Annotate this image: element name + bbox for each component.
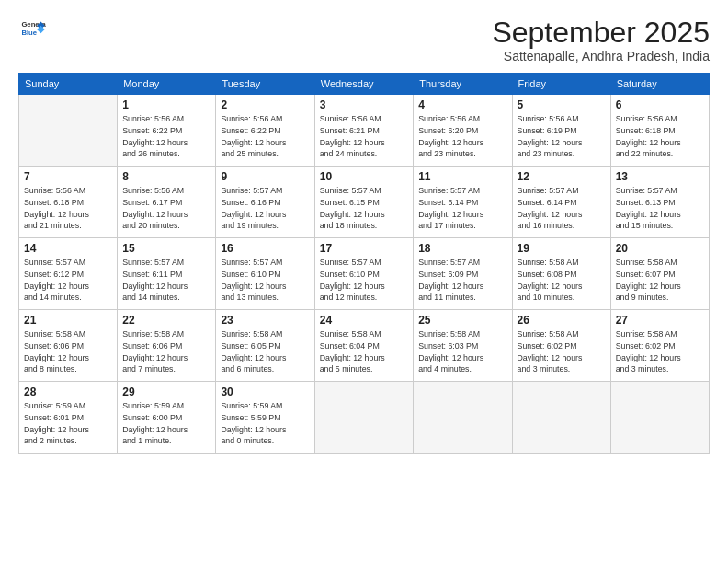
day-number: 4 — [418, 98, 506, 111]
day-info: Sunrise: 5:58 AMSunset: 6:05 PMDaylight:… — [221, 328, 309, 375]
week-row-1: 1Sunrise: 5:56 AMSunset: 6:22 PMDaylight… — [19, 95, 710, 167]
calendar-cell — [512, 382, 610, 454]
day-info: Sunrise: 5:56 AMSunset: 6:18 PMDaylight:… — [24, 185, 112, 232]
day-info: Sunrise: 5:58 AMSunset: 6:07 PMDaylight:… — [616, 257, 704, 304]
day-number: 21 — [24, 314, 112, 327]
calendar-cell — [414, 382, 512, 454]
calendar-table: SundayMondayTuesdayWednesdayThursdayFrid… — [18, 73, 710, 454]
day-info: Sunrise: 5:59 AMSunset: 6:00 PMDaylight:… — [122, 400, 210, 447]
day-info: Sunrise: 5:57 AMSunset: 6:09 PMDaylight:… — [418, 257, 506, 304]
week-row-3: 14Sunrise: 5:57 AMSunset: 6:12 PMDayligh… — [19, 238, 710, 310]
calendar-cell: 15Sunrise: 5:57 AMSunset: 6:11 PMDayligh… — [118, 238, 216, 310]
day-number: 8 — [122, 170, 210, 183]
day-number: 30 — [221, 385, 309, 398]
day-number: 29 — [122, 385, 210, 398]
calendar-cell: 26Sunrise: 5:58 AMSunset: 6:02 PMDayligh… — [512, 310, 610, 382]
week-row-2: 7Sunrise: 5:56 AMSunset: 6:18 PMDaylight… — [19, 167, 710, 238]
week-row-5: 28Sunrise: 5:59 AMSunset: 6:01 PMDayligh… — [19, 382, 710, 454]
calendar-cell: 16Sunrise: 5:57 AMSunset: 6:10 PMDayligh… — [216, 238, 314, 310]
weekday-header-tuesday: Tuesday — [216, 74, 314, 95]
day-number: 18 — [418, 242, 506, 255]
weekday-header-monday: Monday — [118, 74, 216, 95]
day-number: 19 — [518, 242, 606, 255]
day-info: Sunrise: 5:56 AMSunset: 6:20 PMDaylight:… — [418, 113, 506, 160]
day-number: 10 — [320, 170, 408, 183]
calendar-cell: 14Sunrise: 5:57 AMSunset: 6:12 PMDayligh… — [19, 238, 118, 310]
day-info: Sunrise: 5:58 AMSunset: 6:03 PMDaylight:… — [418, 328, 506, 375]
day-number: 2 — [221, 98, 309, 111]
calendar-cell: 30Sunrise: 5:59 AMSunset: 5:59 PMDayligh… — [216, 382, 314, 454]
calendar-cell: 28Sunrise: 5:59 AMSunset: 6:01 PMDayligh… — [19, 382, 118, 454]
day-info: Sunrise: 5:59 AMSunset: 5:59 PMDaylight:… — [221, 400, 309, 447]
calendar-cell: 1Sunrise: 5:56 AMSunset: 6:22 PMDaylight… — [118, 95, 216, 167]
day-number: 16 — [221, 242, 309, 255]
calendar-cell: 18Sunrise: 5:57 AMSunset: 6:09 PMDayligh… — [414, 238, 512, 310]
page-header: General Blue September 2025 Sattenapalle… — [18, 17, 710, 63]
day-number: 25 — [418, 314, 506, 327]
day-info: Sunrise: 5:56 AMSunset: 6:22 PMDaylight:… — [221, 113, 309, 160]
weekday-header-wednesday: Wednesday — [314, 74, 413, 95]
day-info: Sunrise: 5:56 AMSunset: 6:18 PMDaylight:… — [616, 113, 704, 160]
day-number: 15 — [122, 242, 210, 255]
day-info: Sunrise: 5:57 AMSunset: 6:13 PMDaylight:… — [616, 185, 704, 232]
calendar-cell: 2Sunrise: 5:56 AMSunset: 6:22 PMDaylight… — [216, 95, 314, 167]
calendar-cell: 19Sunrise: 5:58 AMSunset: 6:08 PMDayligh… — [512, 238, 610, 310]
day-number: 14 — [24, 242, 112, 255]
day-info: Sunrise: 5:58 AMSunset: 6:04 PMDaylight:… — [320, 328, 408, 375]
svg-text:Blue: Blue — [21, 29, 37, 37]
calendar-cell: 24Sunrise: 5:58 AMSunset: 6:04 PMDayligh… — [314, 310, 413, 382]
weekday-header-sunday: Sunday — [19, 74, 118, 95]
day-info: Sunrise: 5:57 AMSunset: 6:15 PMDaylight:… — [320, 185, 408, 232]
calendar-cell: 17Sunrise: 5:57 AMSunset: 6:10 PMDayligh… — [314, 238, 413, 310]
day-number: 1 — [122, 98, 210, 111]
day-info: Sunrise: 5:57 AMSunset: 6:16 PMDaylight:… — [221, 185, 309, 232]
day-number: 22 — [122, 314, 210, 327]
day-number: 9 — [221, 170, 309, 183]
day-info: Sunrise: 5:58 AMSunset: 6:06 PMDaylight:… — [24, 328, 112, 375]
day-number: 6 — [616, 98, 704, 111]
logo-icon: General Blue — [20, 17, 46, 42]
calendar-cell: 29Sunrise: 5:59 AMSunset: 6:00 PMDayligh… — [118, 382, 216, 454]
calendar-cell — [314, 382, 413, 454]
day-number: 5 — [518, 98, 606, 111]
calendar-cell: 21Sunrise: 5:58 AMSunset: 6:06 PMDayligh… — [19, 310, 118, 382]
day-number: 3 — [320, 98, 408, 111]
day-number: 26 — [518, 314, 606, 327]
day-number: 20 — [616, 242, 704, 255]
day-number: 27 — [616, 314, 704, 327]
calendar-cell: 10Sunrise: 5:57 AMSunset: 6:15 PMDayligh… — [314, 167, 413, 238]
day-number: 7 — [24, 170, 112, 183]
weekday-header-row: SundayMondayTuesdayWednesdayThursdayFrid… — [19, 74, 710, 95]
day-info: Sunrise: 5:56 AMSunset: 6:22 PMDaylight:… — [122, 113, 210, 160]
day-number: 23 — [221, 314, 309, 327]
calendar-cell: 3Sunrise: 5:56 AMSunset: 6:21 PMDaylight… — [314, 95, 413, 167]
calendar-cell: 6Sunrise: 5:56 AMSunset: 6:18 PMDaylight… — [610, 95, 709, 167]
day-info: Sunrise: 5:57 AMSunset: 6:11 PMDaylight:… — [122, 257, 210, 304]
week-row-4: 21Sunrise: 5:58 AMSunset: 6:06 PMDayligh… — [19, 310, 710, 382]
calendar-cell: 4Sunrise: 5:56 AMSunset: 6:20 PMDaylight… — [414, 95, 512, 167]
day-number: 24 — [320, 314, 408, 327]
day-info: Sunrise: 5:56 AMSunset: 6:21 PMDaylight:… — [320, 113, 408, 160]
month-title: September 2025 — [492, 17, 710, 49]
day-info: Sunrise: 5:56 AMSunset: 6:19 PMDaylight:… — [518, 113, 606, 160]
day-info: Sunrise: 5:57 AMSunset: 6:14 PMDaylight:… — [518, 185, 606, 232]
calendar-cell: 13Sunrise: 5:57 AMSunset: 6:13 PMDayligh… — [610, 167, 709, 238]
day-info: Sunrise: 5:59 AMSunset: 6:01 PMDaylight:… — [24, 400, 112, 447]
day-number: 13 — [616, 170, 704, 183]
calendar-cell: 11Sunrise: 5:57 AMSunset: 6:14 PMDayligh… — [414, 167, 512, 238]
calendar-cell: 5Sunrise: 5:56 AMSunset: 6:19 PMDaylight… — [512, 95, 610, 167]
calendar-cell — [19, 95, 118, 167]
day-info: Sunrise: 5:57 AMSunset: 6:14 PMDaylight:… — [418, 185, 506, 232]
calendar-cell: 22Sunrise: 5:58 AMSunset: 6:06 PMDayligh… — [118, 310, 216, 382]
day-info: Sunrise: 5:58 AMSunset: 6:08 PMDaylight:… — [518, 257, 606, 304]
weekday-header-saturday: Saturday — [610, 74, 709, 95]
logo: General Blue — [18, 17, 46, 42]
day-info: Sunrise: 5:57 AMSunset: 6:10 PMDaylight:… — [221, 257, 309, 304]
day-info: Sunrise: 5:58 AMSunset: 6:02 PMDaylight:… — [616, 328, 704, 375]
day-info: Sunrise: 5:57 AMSunset: 6:10 PMDaylight:… — [320, 257, 408, 304]
day-number: 12 — [518, 170, 606, 183]
weekday-header-thursday: Thursday — [414, 74, 512, 95]
location-subtitle: Sattenapalle, Andhra Pradesh, India — [492, 49, 710, 63]
calendar-cell: 7Sunrise: 5:56 AMSunset: 6:18 PMDaylight… — [19, 167, 118, 238]
day-info: Sunrise: 5:57 AMSunset: 6:12 PMDaylight:… — [24, 257, 112, 304]
